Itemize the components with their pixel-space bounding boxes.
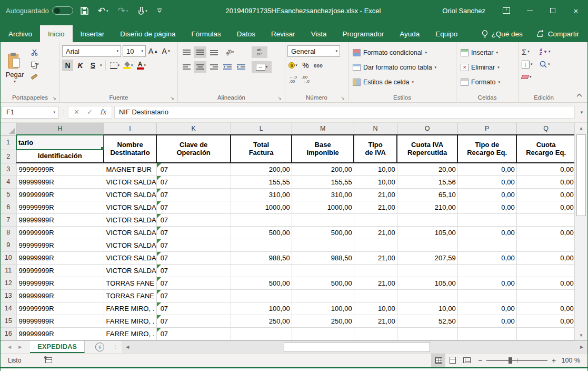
zoom-out-icon[interactable]: −: [474, 356, 486, 365]
cell-H9[interactable]: 99999999R: [16, 239, 104, 251]
cell-O8[interactable]: 105,00: [397, 226, 457, 239]
increase-font-size-button[interactable]: A▲: [147, 45, 159, 57]
new-sheet-icon[interactable]: +: [95, 343, 104, 352]
cell-M7[interactable]: [292, 213, 354, 226]
collapse-ribbon-icon[interactable]: [576, 90, 582, 99]
cell-H13[interactable]: 99999999R: [16, 289, 104, 302]
cell-O12[interactable]: 105,00: [397, 277, 457, 289]
cell-H5[interactable]: 99999999R: [16, 188, 104, 201]
cell-P4[interactable]: 0,00: [457, 175, 516, 188]
cell-Q15[interactable]: 0,00: [516, 315, 575, 327]
scroll-up-icon[interactable]: ▲: [575, 123, 587, 133]
decrease-indent-button[interactable]: [221, 61, 234, 73]
cell-I6[interactable]: VICTOR SALDA: [104, 201, 156, 213]
select-all-button[interactable]: [1, 123, 16, 135]
font-dialog-launcher-icon[interactable]: ↘: [170, 95, 174, 101]
cell-O15[interactable]: 52,50: [397, 315, 457, 327]
bold-button[interactable]: N: [62, 60, 73, 71]
cell-P1[interactable]: Tipo deRecargo Eq.: [457, 135, 516, 163]
cell-K3[interactable]: 07: [156, 163, 231, 175]
alignment-dialog-launcher-icon[interactable]: ↘: [277, 95, 282, 101]
autosave-switch-icon[interactable]: [52, 6, 73, 15]
font-color-button[interactable]: A▾: [136, 60, 147, 71]
cell-O7[interactable]: [397, 213, 457, 226]
column-header-O[interactable]: O: [397, 123, 457, 135]
cell-O6[interactable]: 210,00: [397, 201, 457, 213]
decrease-font-size-button[interactable]: A▼: [161, 45, 172, 57]
cell-O11[interactable]: [397, 264, 457, 277]
dar-formato-como-tabla-button[interactable]: Dar formato como tabla▾: [351, 61, 454, 74]
cell-K16[interactable]: 07: [156, 327, 231, 340]
cell-M10[interactable]: 988,50: [292, 251, 354, 264]
cell-H11[interactable]: 99999999R: [16, 264, 104, 277]
cell-N9[interactable]: [354, 239, 397, 251]
cell-M14[interactable]: 100,00: [292, 302, 354, 315]
cell-Q1[interactable]: CuotaRecargo Eq.: [516, 135, 575, 163]
cell-Q11[interactable]: [516, 264, 575, 277]
cell-Q10[interactable]: 0,00: [516, 251, 575, 264]
cell-K5[interactable]: 07: [156, 188, 231, 201]
decrease-decimal-button[interactable]: ,00→,0: [300, 74, 311, 85]
cell-P7[interactable]: [457, 213, 516, 226]
column-header-Q[interactable]: Q: [516, 123, 575, 135]
row-header-13[interactable]: 13: [1, 289, 16, 302]
tab-equipo[interactable]: Equipo: [427, 25, 465, 42]
formato-button[interactable]: Formato▾: [459, 76, 516, 89]
cell-N13[interactable]: [354, 289, 397, 302]
close-button[interactable]: ×: [564, 0, 587, 21]
tab-formulas[interactable]: Fórmulas: [183, 25, 228, 42]
cell-O3[interactable]: 20,00: [397, 163, 457, 175]
minimize-button[interactable]: [518, 0, 541, 21]
cell-L8[interactable]: 500,00: [231, 226, 292, 239]
cell-H15[interactable]: 99999999R: [16, 315, 104, 327]
cell-K12[interactable]: 07: [156, 277, 231, 289]
orientation-button[interactable]: ab▾: [221, 46, 238, 58]
cell-P5[interactable]: 0,00: [457, 188, 516, 201]
cell-Q7[interactable]: [516, 213, 575, 226]
cancel-icon[interactable]: ✕: [74, 108, 79, 116]
cell-P12[interactable]: 0,00: [457, 277, 516, 289]
align-center-button[interactable]: [194, 61, 206, 73]
row-header-14[interactable]: 14: [1, 302, 16, 315]
column-header-M[interactable]: M: [292, 123, 354, 135]
fill-color-button[interactable]: ▾: [122, 60, 134, 71]
cell-L11[interactable]: [231, 264, 292, 277]
row-header-7[interactable]: 7: [1, 213, 16, 226]
clear-button[interactable]: ▾: [521, 71, 539, 83]
cell-Q4[interactable]: 0,00: [516, 175, 575, 188]
cell-I5[interactable]: VICTOR SALDA: [104, 188, 156, 201]
cell-Q12[interactable]: 0,00: [516, 277, 575, 289]
column-header-P[interactable]: P: [457, 123, 516, 135]
cell-P16[interactable]: [457, 327, 516, 340]
cell-H16[interactable]: 99999999R: [16, 327, 104, 340]
cell-P13[interactable]: [457, 289, 516, 302]
cell-L1[interactable]: TotalFactura: [231, 135, 292, 163]
page-break-view-button[interactable]: [460, 354, 474, 367]
tab-datos[interactable]: Datos: [229, 25, 263, 42]
undo-icon[interactable]: ↶▾: [96, 5, 111, 16]
cell-O10[interactable]: 207,59: [397, 251, 457, 264]
normal-view-button[interactable]: [431, 354, 445, 367]
number-dialog-launcher-icon[interactable]: ↘: [341, 95, 345, 101]
row-header-4[interactable]: 4: [1, 175, 16, 188]
row-header-10[interactable]: 10: [1, 251, 16, 264]
cell-Q6[interactable]: 0,00: [516, 201, 575, 213]
autosave-toggle[interactable]: Autoguardado: [6, 6, 73, 15]
font-size-combo[interactable]: 10▾: [123, 45, 146, 57]
cell-Q9[interactable]: [516, 239, 575, 251]
cell-P11[interactable]: [457, 264, 516, 277]
sheet-tab-expedidas[interactable]: EXPEDIDAS: [30, 341, 85, 353]
font-name-combo[interactable]: Arial▾: [62, 45, 121, 57]
cell-O16[interactable]: [397, 327, 457, 340]
user-name[interactable]: Oriol Sanchez: [442, 7, 485, 15]
cell-I14[interactable]: FARRE MIRO, .: [104, 302, 156, 315]
tab-scrollbar-splitter[interactable]: ⋮: [113, 346, 117, 348]
cell-L7[interactable]: [231, 213, 292, 226]
cell-I9[interactable]: VICTOR SALDA: [104, 239, 156, 251]
cell-I7[interactable]: VICTOR SALDA: [104, 213, 156, 226]
insertar-button[interactable]: Insertar▾: [459, 46, 516, 59]
align-bottom-button[interactable]: [207, 46, 220, 58]
next-sheet-icon[interactable]: ▶: [18, 345, 22, 349]
align-middle-button[interactable]: [194, 46, 206, 58]
cell-K13[interactable]: 07: [156, 289, 231, 302]
